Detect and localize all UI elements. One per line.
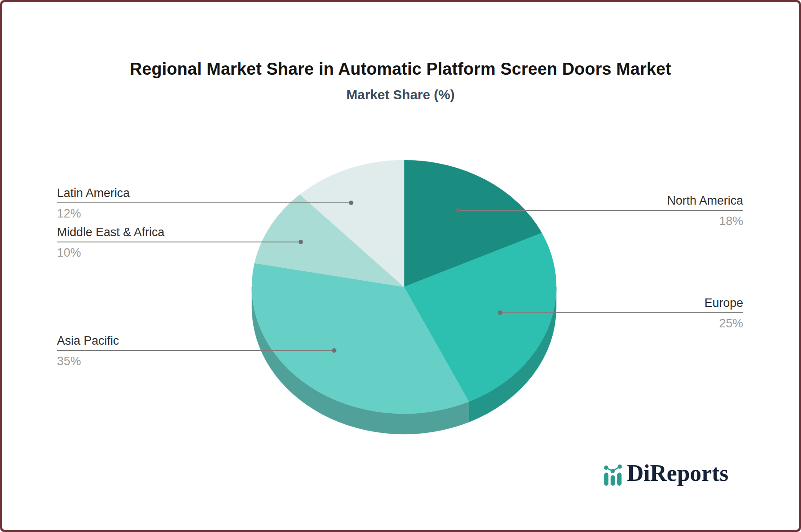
callout-north-america: North America 18% (457, 193, 743, 228)
bar-chart-trend-icon (603, 463, 623, 486)
slice-percent: 35% (57, 355, 335, 368)
leader-line (57, 202, 352, 203)
slice-label: Middle East & Africa (57, 225, 301, 240)
leader-line (57, 242, 301, 242)
leader-dot (498, 310, 502, 315)
slice-label: Europe (500, 295, 743, 310)
leader-line (457, 210, 743, 211)
leader-dot (299, 240, 303, 244)
leader-line (57, 350, 335, 351)
pie-chart (0, 0, 801, 532)
callout-asia-pacific: Asia Pacific 35% (57, 333, 335, 368)
slice-percent: 12% (57, 207, 352, 221)
leader-dot (332, 348, 336, 353)
leader-line (500, 312, 743, 313)
slice-percent: 25% (500, 317, 743, 330)
callout-europe: Europe 25% (500, 295, 743, 330)
leader-dot (349, 201, 353, 205)
brand-logo: DiReports (603, 461, 728, 486)
slice-label: Latin America (57, 185, 352, 201)
callout-latin-america: Latin America 12% (57, 185, 352, 221)
brand-logo-text: DiReports (627, 461, 728, 486)
leader-dot (456, 208, 460, 213)
slice-percent: 18% (457, 214, 743, 228)
slice-label: North America (457, 193, 743, 208)
slice-label: Asia Pacific (57, 333, 335, 348)
slice-percent: 10% (57, 246, 301, 260)
callout-middle-east-africa: Middle East & Africa 10% (57, 225, 301, 260)
